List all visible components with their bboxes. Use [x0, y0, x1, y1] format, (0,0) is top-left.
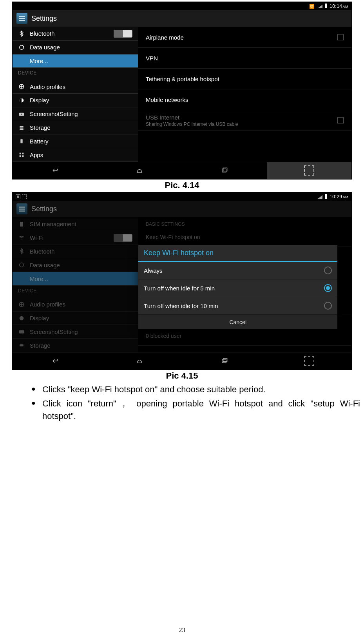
- nav-bar: [13, 352, 351, 369]
- title-bar: Settings: [13, 201, 351, 218]
- detail-airplane-mode[interactable]: Airplane mode: [138, 27, 351, 48]
- dialog-option-10min[interactable]: Turn off when idle for 10 min: [138, 297, 337, 315]
- sidebar-item-label: More...: [30, 276, 132, 282]
- data-usage-icon: [18, 261, 25, 268]
- camera-icon: [18, 111, 25, 118]
- sidebar-item-label: Audio profiles: [30, 301, 132, 308]
- nav-home-button[interactable]: [97, 353, 182, 369]
- sidebar-item-audio[interactable]: Audio profiles: [13, 298, 138, 312]
- page-number: 23: [0, 627, 364, 634]
- dialog-option-label: Turn off when idle for 5 min: [144, 285, 215, 292]
- wifi-toggle[interactable]: [114, 234, 132, 242]
- sidebar-item-label: Display: [30, 97, 132, 103]
- svg-point-4: [21, 113, 22, 115]
- detail-row-label: VPN: [146, 55, 158, 62]
- nav-home-button[interactable]: [97, 162, 182, 179]
- sidebar-item-more[interactable]: More...: [13, 54, 138, 68]
- keep-hotspot-dialog: Keep Wi-Fi hotspot on Always Turn off wh…: [138, 245, 338, 330]
- settings-icon: [16, 203, 27, 214]
- sidebar-item-display[interactable]: Display: [13, 312, 138, 325]
- sidebar-item-label: Data usage: [30, 262, 132, 268]
- radio-on-icon: [324, 284, 332, 292]
- sidebar-item-bluetooth[interactable]: Bluetooth: [13, 245, 138, 259]
- bluetooth-icon: [18, 30, 25, 37]
- dialog-cancel-button[interactable]: Cancel: [138, 315, 337, 329]
- detail-mobile-networks[interactable]: Mobile networks: [138, 89, 351, 110]
- sidebar-item-label: SIM management: [30, 221, 132, 227]
- svg-rect-22: [20, 345, 23, 346]
- nav-recent-button[interactable]: [182, 353, 267, 369]
- sidebar-item-label: Storage: [30, 342, 132, 349]
- sidebar-item-sim[interactable]: SIM management: [13, 218, 138, 231]
- sidebar-item-label: Wi-Fi: [30, 234, 109, 241]
- svg-rect-16: [20, 222, 23, 227]
- dialog-option-label: Turn off when idle for 10 min: [144, 303, 218, 309]
- audio-icon: [18, 301, 25, 308]
- instruction-text: Clicks "keep Wi-Fi hotspot on" and choos…: [42, 384, 266, 394]
- svg-rect-5: [20, 126, 23, 127]
- sidebar-item-label: Display: [30, 315, 132, 321]
- sidebar-item-data-usage[interactable]: Data usage: [13, 258, 138, 272]
- battery-icon: [18, 138, 25, 145]
- sidebar-item-label: Bluetooth: [30, 248, 132, 255]
- svg-rect-23: [222, 359, 226, 363]
- detail-usb-internet: USB Internet Sharing Windows PC internet…: [138, 110, 351, 131]
- airplane-checkbox[interactable]: [337, 34, 344, 40]
- sidebar-item-label: Battery: [30, 138, 132, 145]
- detail-keep-hotspot[interactable]: Keep Wi-Fi hotspot on: [138, 228, 351, 247]
- screenshot-2: 10:29AM Settings SIM management: [12, 192, 352, 370]
- title-bar: Settings: [13, 10, 351, 27]
- svg-rect-15: [223, 168, 227, 171]
- sidebar-item-audio[interactable]: Audio profiles: [13, 80, 138, 94]
- sidebar-item-label: Apps: [30, 152, 132, 158]
- sidebar-item-bluetooth[interactable]: Bluetooth: [13, 27, 138, 41]
- sidebar-item-screenshot[interactable]: ScreenshotSetting: [13, 325, 138, 339]
- sidebar-item-display[interactable]: Display: [13, 94, 138, 107]
- sidebar-item-screenshot[interactable]: ScreenshotSetting: [13, 107, 138, 121]
- instruction-item: Click icon "return"， opening portable Wi…: [31, 397, 360, 422]
- radio-off-icon: [324, 302, 332, 310]
- sidebar-item-label: Audio profiles: [30, 83, 132, 90]
- bluetooth-toggle[interactable]: [114, 30, 132, 38]
- svg-rect-21: [20, 344, 23, 345]
- sidebar-item-label: Bluetooth: [30, 30, 109, 37]
- svg-rect-24: [223, 358, 227, 361]
- nav-back-button[interactable]: [13, 162, 97, 179]
- caption-2: Pic 4.15: [0, 371, 364, 381]
- sidebar-item-label: Storage: [30, 124, 132, 131]
- detail-tethering[interactable]: Tethering & portable hotspot: [138, 69, 351, 89]
- status-bar: 🛜 10:14AM: [13, 2, 351, 10]
- radio-off-icon: [324, 267, 332, 274]
- sidebar-item-storage[interactable]: Storage: [13, 121, 138, 135]
- nav-back-button[interactable]: [13, 353, 97, 369]
- detail-row-label: Tethering & portable hotspot: [146, 76, 219, 82]
- dialog-option-always[interactable]: Always: [138, 262, 337, 279]
- instruction-text: Click icon "return"， opening portable Wi…: [42, 397, 360, 410]
- detail-row-subtitle: Sharing Windows PC internet via USB cabl…: [146, 121, 238, 127]
- network-icon: 🛜: [308, 3, 315, 10]
- dialog-option-label: Always: [144, 267, 163, 274]
- nav-screenshot-button[interactable]: [267, 353, 351, 369]
- svg-point-17: [20, 263, 24, 267]
- svg-rect-9: [21, 139, 22, 139]
- nav-screenshot-button[interactable]: [267, 162, 351, 179]
- settings-detail: Airplane mode VPN Tethering & portable h…: [138, 27, 351, 162]
- sidebar-item-battery[interactable]: Battery: [13, 134, 138, 148]
- screenshot-icon: [304, 165, 314, 176]
- signal-icon: [318, 5, 322, 8]
- sidebar-item-data-usage[interactable]: Data usage: [13, 41, 138, 54]
- dialog-option-5min[interactable]: Turn off when idle for 5 min: [138, 279, 337, 297]
- detail-row-label: 0 blocked user: [146, 333, 181, 339]
- sidebar-item-more[interactable]: More...: [13, 272, 138, 286]
- status-bar: 10:29AM: [13, 193, 351, 201]
- storage-icon: [18, 342, 25, 349]
- sidebar-item-storage[interactable]: Storage: [13, 339, 138, 352]
- sidebar-item-wifi[interactable]: Wi-Fi: [13, 231, 138, 245]
- sidebar-item-apps[interactable]: Apps: [13, 148, 138, 162]
- svg-point-19: [20, 316, 24, 320]
- sidebar-item-label: ScreenshotSetting: [30, 111, 132, 117]
- instruction-list: Clicks "keep Wi-Fi hotspot on" and choos…: [16, 383, 360, 422]
- detail-vpn[interactable]: VPN: [138, 48, 351, 69]
- nav-recent-button[interactable]: [182, 162, 267, 179]
- caption-1: Pic. 4.14: [0, 180, 364, 190]
